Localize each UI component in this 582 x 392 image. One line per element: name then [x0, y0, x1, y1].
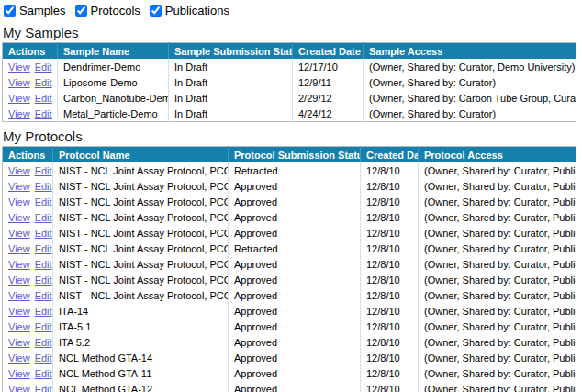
view-link[interactable]: View — [8, 108, 30, 119]
name-cell: NIST - NCL Joint Assay Protocol, PCC-12 — [53, 272, 229, 287]
created-date-cell: 12/8/10 — [361, 256, 419, 272]
edit-link[interactable]: Edit — [35, 259, 52, 270]
edit-link[interactable]: Edit — [35, 368, 52, 379]
edit-link[interactable]: Edit — [35, 165, 52, 176]
status-cell: Approved — [229, 365, 361, 381]
view-link[interactable]: View — [8, 368, 30, 379]
name-cell: NIST - NCL Joint Assay Protocol, PCC-14 — [53, 256, 229, 272]
edit-link[interactable]: Edit — [35, 384, 52, 392]
access-cell: (Owner, Shared by: Curator, Public) — [419, 178, 576, 194]
edit-link[interactable]: Edit — [35, 212, 52, 223]
edit-link[interactable]: Edit — [35, 196, 52, 207]
view-link[interactable]: View — [8, 212, 30, 223]
table-row: ViewEditNIST - NCL Joint Assay Protocol,… — [3, 287, 576, 303]
filter-samples: Samples — [4, 4, 66, 17]
edit-link[interactable]: Edit — [35, 181, 52, 192]
view-link[interactable]: View — [8, 306, 30, 317]
view-link[interactable]: View — [8, 259, 30, 270]
table-row: ViewEditNCL Method GTA-14Approved12/8/10… — [3, 350, 576, 365]
edit-link[interactable]: Edit — [35, 243, 52, 254]
created-date-cell: 12/9/11 — [293, 74, 364, 90]
name-cell: ITA-5.1 — [53, 319, 229, 334]
view-link[interactable]: View — [8, 228, 30, 239]
status-cell: Approved — [229, 178, 361, 194]
created-date-cell: 12/17/10 — [293, 59, 364, 74]
samples-table: Actions Sample Name Sample Submission St… — [2, 42, 576, 122]
actions-cell: ViewEdit — [3, 256, 53, 272]
edit-link[interactable]: Edit — [35, 228, 52, 239]
publications-checkbox[interactable] — [150, 5, 162, 17]
edit-link[interactable]: Edit — [35, 306, 52, 317]
publications-checkbox-label: Publications — [165, 4, 229, 17]
created-date-cell: 2/29/12 — [293, 90, 364, 106]
actions-cell: ViewEdit — [3, 209, 53, 225]
view-link[interactable]: View — [8, 337, 30, 348]
access-cell: (Owner, Shared by: Curator, Public) — [419, 350, 576, 365]
view-link[interactable]: View — [8, 274, 30, 286]
name-cell: NIST - NCL Joint Assay Protocol, PCC-13 — [53, 287, 229, 303]
access-cell: (Owner, Shared by: Carbon Tube Group, Cu… — [364, 90, 576, 106]
edit-link[interactable]: Edit — [35, 108, 52, 119]
name-cell: NIST - NCL Joint Assay Protocol, PCC-11 — [53, 241, 229, 256]
name-cell: NIST - NCL Joint Assay Protocol, PCC-7 — [53, 178, 229, 194]
protocols-checkbox-label: Protocols — [91, 4, 140, 17]
created-date-cell: 12/8/10 — [361, 350, 419, 365]
view-link[interactable]: View — [8, 353, 30, 364]
view-link[interactable]: View — [8, 321, 30, 332]
view-link[interactable]: View — [8, 77, 30, 88]
edit-link[interactable]: Edit — [35, 93, 52, 104]
edit-link[interactable]: Edit — [35, 337, 52, 348]
created-date-cell: 12/8/10 — [361, 225, 419, 241]
table-row: ViewEditITA-14Approved12/8/10(Owner, Sha… — [3, 303, 576, 319]
created-date-cell: 12/8/10 — [361, 162, 419, 178]
samples-header-access: Sample Access — [364, 43, 576, 60]
view-link[interactable]: View — [8, 62, 30, 73]
table-row: ViewEditCarbon_Nanotube-DemoIn Draft2/29… — [3, 90, 576, 106]
view-link[interactable]: View — [8, 290, 30, 301]
protocols-table-body: ViewEditNIST - NCL Joint Assay Protocol,… — [3, 162, 576, 392]
name-cell: NIST - NCL Joint Assay Protocol, PCC-8 — [53, 209, 229, 225]
edit-link[interactable]: Edit — [35, 290, 52, 301]
view-link[interactable]: View — [8, 243, 30, 254]
created-date-cell: 12/8/10 — [361, 334, 419, 350]
samples-header-name: Sample Name — [58, 43, 169, 60]
edit-link[interactable]: Edit — [35, 274, 52, 286]
actions-cell: ViewEdit — [3, 350, 53, 365]
filter-bar: Samples Protocols Publications — [2, 2, 582, 20]
table-row: ViewEditDendrimer-DemoIn Draft12/17/10(O… — [3, 59, 576, 74]
created-date-cell: 12/8/10 — [361, 319, 419, 334]
actions-cell: ViewEdit — [3, 106, 58, 122]
access-cell: (Owner, Shared by: Curator) — [364, 106, 576, 122]
edit-link[interactable]: Edit — [35, 62, 52, 73]
view-link[interactable]: View — [8, 181, 30, 192]
name-cell: NCL Method GTA-11 — [53, 365, 229, 381]
view-link[interactable]: View — [8, 384, 30, 392]
table-row: ViewEditNIST - NCL Joint Assay Protocol,… — [3, 225, 576, 241]
table-row: ViewEditNIST - NCL Joint Assay Protocol,… — [3, 241, 576, 256]
edit-link[interactable]: Edit — [35, 353, 52, 364]
actions-cell: ViewEdit — [3, 303, 53, 319]
status-cell: In Draft — [169, 74, 293, 90]
view-link[interactable]: View — [8, 93, 30, 104]
actions-cell: ViewEdit — [3, 74, 58, 90]
view-link[interactable]: View — [8, 165, 30, 176]
access-cell: (Owner, Shared by: Curator, Public) — [419, 225, 576, 241]
filter-protocols: Protocols — [75, 4, 140, 17]
access-cell: (Owner, Shared by: Curator, Public) — [419, 303, 576, 319]
edit-link[interactable]: Edit — [35, 321, 52, 332]
view-link[interactable]: View — [8, 196, 30, 207]
access-cell: (Owner, Shared by: Curator, Public) — [419, 241, 576, 256]
protocols-header-access: Protocol Access — [419, 147, 576, 163]
edit-link[interactable]: Edit — [35, 77, 52, 88]
created-date-cell: 12/8/10 — [361, 365, 419, 381]
table-row: ViewEditITA 5.2Approved12/8/10(Owner, Sh… — [3, 334, 576, 350]
status-cell: Approved — [229, 209, 361, 225]
samples-checkbox[interactable] — [4, 5, 16, 17]
name-cell: NIST - NCL Joint Assay Protocol, PCC-10 — [53, 194, 229, 209]
status-cell: Approved — [229, 225, 361, 241]
table-row: ViewEditNIST - NCL Joint Assay Protocol,… — [3, 194, 576, 209]
protocols-checkbox[interactable] — [75, 5, 87, 17]
name-cell: ITA 5.2 — [53, 334, 229, 350]
protocols-header-row: Actions Protocol Name Protocol Submissio… — [3, 147, 576, 163]
samples-checkbox-label: Samples — [19, 4, 66, 17]
